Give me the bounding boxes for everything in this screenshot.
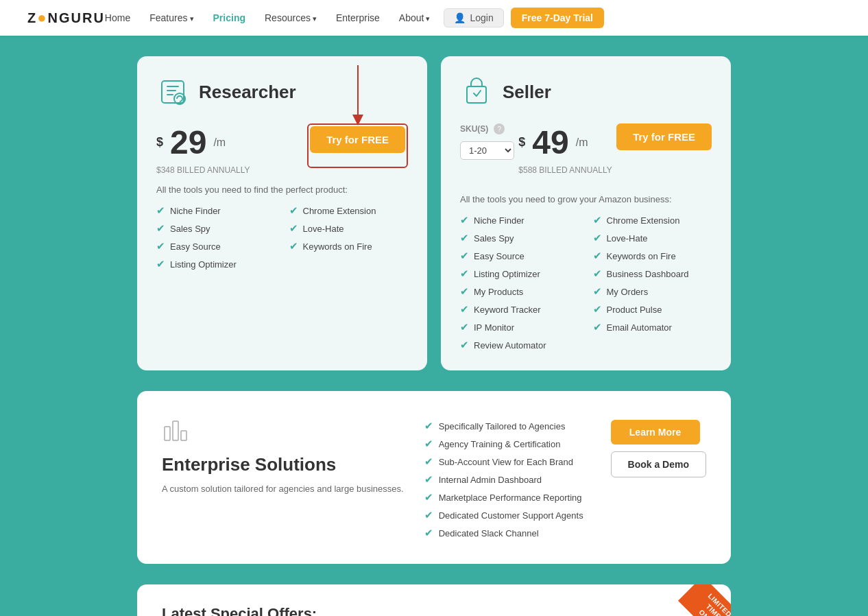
sku-select[interactable]: 1-20 21-50 51-100 100+ bbox=[460, 141, 514, 160]
researcher-try-button[interactable]: Try for FREE bbox=[310, 126, 405, 153]
researcher-card: Researcher $ 29 /m $348 BILLED ANNUALLY bbox=[137, 56, 427, 370]
seller-features: ✔ Niche Finder ✔ Chrome Extension ✔ Sale… bbox=[460, 214, 712, 351]
researcher-desc: All the tools you need to find the perfe… bbox=[156, 185, 408, 195]
check-icon: ✔ bbox=[289, 204, 298, 217]
feature-keywords-fire: ✔ Keywords on Fire bbox=[289, 240, 409, 252]
enterprise-section: Enterprise Solutions A custom solution t… bbox=[137, 391, 731, 564]
enterprise-book-demo-button[interactable]: Book a Demo bbox=[611, 451, 706, 477]
seller-price: 49 bbox=[532, 123, 568, 161]
feature-listing-optimizer: ✔ Listing Optimizer bbox=[156, 258, 276, 270]
seller-feature-listing-opt: ✔ Listing Optimizer bbox=[460, 268, 579, 280]
svg-rect-0 bbox=[162, 81, 184, 103]
enterprise-feature-2: ✔ Sub-Account View for Each Brand bbox=[424, 455, 590, 468]
seller-title: Seller bbox=[503, 82, 551, 103]
seller-price-row: $ 49 /m bbox=[518, 123, 612, 161]
limited-badge-text: LIMITEDTIMEONLY bbox=[677, 584, 731, 616]
sku-question-mark[interactable]: ? bbox=[494, 123, 505, 134]
researcher-try-btn-wrap: Try for FREE bbox=[307, 123, 408, 168]
enterprise-title: Enterprise Solutions bbox=[162, 454, 404, 475]
nav-links: Home Features Pricing Resources Enterpri… bbox=[105, 12, 431, 23]
enterprise-feature-6: ✔ Dedicated Slack Channel bbox=[424, 527, 590, 539]
login-label: Login bbox=[470, 12, 493, 23]
limited-badge: LIMITEDTIMEONLY bbox=[669, 584, 731, 616]
researcher-features: ✔ Niche Finder ✔ Chrome Extension ✔ Sale… bbox=[156, 204, 408, 270]
seller-feature-easy-source: ✔ Easy Source bbox=[460, 250, 579, 262]
seller-header: Seller bbox=[460, 75, 712, 108]
seller-feature-keywords-fire: ✔ Keywords on Fire bbox=[593, 250, 712, 262]
seller-card: Seller SKU(S) ? 1-20 21-50 51-100 100+ bbox=[441, 56, 731, 370]
seller-feature-chrome-ext: ✔ Chrome Extension bbox=[593, 214, 712, 226]
navbar: Z●NGURU Home Features Pricing Resources … bbox=[0, 0, 868, 36]
logo: Z●NGURU bbox=[27, 9, 105, 27]
svg-rect-5 bbox=[165, 427, 170, 440]
nav-enterprise[interactable]: Enterprise bbox=[336, 12, 380, 23]
seller-feature-sales-spy: ✔ Sales Spy bbox=[460, 232, 579, 244]
researcher-title: Researcher bbox=[199, 82, 296, 103]
researcher-header: Researcher bbox=[156, 75, 408, 108]
seller-feature-love-hate: ✔ Love-Hate bbox=[593, 232, 712, 244]
check-icon: ✔ bbox=[156, 204, 165, 217]
seller-feature-review-auto: ✔ Review Automator bbox=[460, 339, 579, 351]
seller-feature-email-auto: ✔ Email Automator bbox=[593, 321, 712, 333]
researcher-price: 29 bbox=[170, 123, 206, 161]
seller-feature-keyword-tracker: ✔ Keyword Tracker bbox=[460, 303, 579, 316]
researcher-price-row: $ 29 /m bbox=[156, 123, 250, 161]
seller-feature-my-products: ✔ My Products bbox=[460, 285, 579, 298]
check-icon: ✔ bbox=[289, 240, 298, 252]
trial-label: Free 7-Day Trial bbox=[522, 12, 593, 23]
check-icon: ✔ bbox=[156, 258, 165, 270]
enterprise-feature-0: ✔ Specifically Tailored to Agencies bbox=[424, 420, 590, 432]
researcher-period: /m bbox=[213, 137, 226, 149]
nav-home[interactable]: Home bbox=[105, 12, 130, 23]
sku-row: SKU(S) ? bbox=[460, 123, 514, 134]
seller-feature-biz-dash: ✔ Business Dashboard bbox=[593, 268, 712, 280]
nav-pricing[interactable]: Pricing bbox=[213, 12, 245, 23]
seller-top: SKU(S) ? 1-20 21-50 51-100 100+ $ 49 /m bbox=[460, 123, 712, 185]
special-offers-section: LIMITEDTIMEONLY Latest Special Offers: K… bbox=[137, 584, 731, 616]
seller-period: /m bbox=[576, 137, 588, 149]
enterprise-actions: Learn More Book a Demo bbox=[611, 416, 706, 477]
svg-rect-6 bbox=[173, 421, 178, 440]
check-icon: ✔ bbox=[156, 240, 165, 252]
researcher-icon bbox=[156, 75, 189, 108]
feature-niche-finder: ✔ Niche Finder bbox=[156, 204, 276, 217]
svg-rect-7 bbox=[181, 431, 186, 440]
enterprise-features: ✔ Specifically Tailored to Agencies ✔ Ag… bbox=[424, 416, 590, 539]
enterprise-feature-1: ✔ Agency Training & Certification bbox=[424, 438, 590, 450]
seller-icon bbox=[460, 75, 493, 108]
sku-label: SKU(S) bbox=[460, 124, 488, 134]
researcher-try-btn-box: Try for FREE bbox=[307, 123, 408, 168]
seller-feature-my-orders: ✔ My Orders bbox=[593, 285, 712, 298]
seller-feature-niche-finder: ✔ Niche Finder bbox=[460, 214, 579, 226]
pricing-row: Researcher $ 29 /m $348 BILLED ANNUALLY bbox=[137, 56, 731, 370]
researcher-annual: $348 BILLED ANNUALLY bbox=[156, 165, 250, 175]
enterprise-left: Enterprise Solutions A custom solution t… bbox=[162, 416, 404, 496]
check-icon: ✔ bbox=[289, 222, 298, 235]
check-icon: ✔ bbox=[156, 222, 165, 235]
nav-features[interactable]: Features bbox=[149, 12, 193, 23]
seller-feature-product-pulse: ✔ Product Pulse bbox=[593, 303, 712, 316]
login-button[interactable]: 👤 Login bbox=[444, 8, 503, 27]
enterprise-desc: A custom solution tailored for agencies … bbox=[162, 482, 404, 496]
svg-rect-4 bbox=[467, 86, 486, 103]
seller-annual: $588 BILLED ANNUALLY bbox=[518, 165, 612, 175]
feature-easy-source: ✔ Easy Source bbox=[156, 240, 276, 252]
feature-chrome-ext: ✔ Chrome Extension bbox=[289, 204, 409, 217]
seller-desc: All the tools you need to grow your Amaz… bbox=[460, 194, 712, 204]
feature-love-hate: ✔ Love-Hate bbox=[289, 222, 409, 235]
seller-try-button[interactable]: Try for FREE bbox=[616, 123, 712, 150]
enterprise-feature-5: ✔ Dedicated Customer Support Agents bbox=[424, 509, 590, 521]
enterprise-icon bbox=[162, 416, 404, 446]
nav-about[interactable]: About bbox=[399, 12, 431, 23]
feature-sales-spy: ✔ Sales Spy bbox=[156, 222, 276, 235]
offers-title: Latest Special Offers: bbox=[162, 605, 706, 616]
seller-feature-ip-monitor: ✔ IP Monitor bbox=[460, 321, 579, 333]
nav-resources[interactable]: Resources bbox=[265, 12, 317, 23]
trial-button[interactable]: Free 7-Day Trial bbox=[511, 8, 604, 28]
enterprise-feature-3: ✔ Internal Admin Dashboard bbox=[424, 473, 590, 486]
page-content: Researcher $ 29 /m $348 BILLED ANNUALLY bbox=[0, 36, 868, 616]
enterprise-feature-4: ✔ Marketplace Performance Reporting bbox=[424, 491, 590, 504]
enterprise-learn-more-button[interactable]: Learn More bbox=[611, 420, 700, 445]
